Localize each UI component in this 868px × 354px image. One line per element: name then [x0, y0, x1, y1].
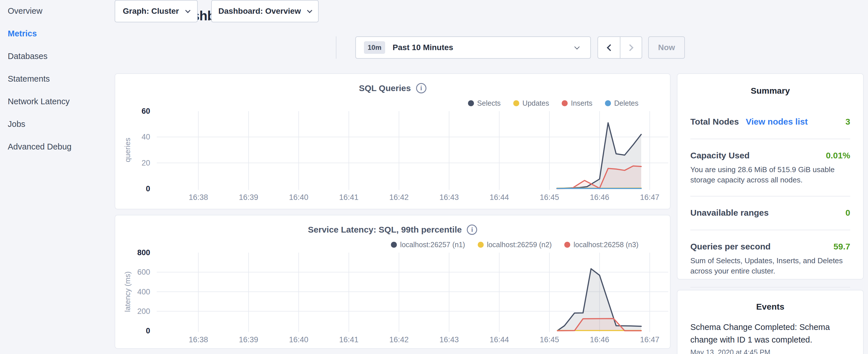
time-range-dropdown[interactable]: 10m Past 10 Minutes [355, 36, 591, 59]
svg-text:16:47: 16:47 [640, 335, 659, 344]
time-shortcut-badge: 10m [364, 41, 385, 54]
svg-text:16:42: 16:42 [389, 193, 409, 202]
sidebar-item-jobs[interactable]: Jobs [8, 120, 72, 129]
summary-panel: Summary Total Nodes View nodes list 3 Ca… [677, 73, 864, 280]
events-panel: Events Schema Change Completed: Schema c… [677, 290, 864, 354]
summary-value: 59.7 [834, 242, 850, 252]
service-latency-chart-card: Service Latency: SQL, 99th percentile i … [115, 215, 671, 349]
event-text: Schema Change Completed: Schema change w… [690, 321, 831, 346]
sql-queries-chart-card: SQL Queries i SelectsUpdatesInsertsDelet… [115, 73, 671, 210]
events-title: Events [677, 302, 863, 312]
summary-description: You are using 28.6 MiB of 515.9 GiB usab… [690, 164, 850, 185]
svg-text:60: 60 [142, 107, 150, 116]
divider [690, 139, 850, 139]
svg-text:16:46: 16:46 [590, 193, 609, 202]
svg-text:16:47: 16:47 [640, 193, 659, 202]
chevron-down-icon [574, 44, 580, 49]
svg-text:400: 400 [137, 288, 150, 296]
sidebar-nav: Overview Metrics Databases Statements Ne… [8, 6, 72, 152]
summary-row-capacity-used: Capacity Used 0.01% [690, 151, 850, 160]
toolbar-divider [336, 36, 336, 59]
svg-text:16:40: 16:40 [289, 335, 308, 344]
summary-row-unavailable-ranges: Unavailable ranges 0 [690, 208, 850, 218]
svg-text:16:38: 16:38 [189, 335, 208, 344]
divider [690, 287, 850, 288]
time-step-controls [597, 36, 642, 59]
summary-label: Total Nodes [690, 117, 739, 127]
service-latency-chart[interactable]: 16:3816:3916:4016:4116:4216:4316:4416:45… [115, 215, 671, 348]
chevron-left-icon [607, 44, 614, 51]
view-nodes-list-link[interactable]: View nodes list [746, 117, 808, 127]
summary-label: Queries per second [690, 242, 771, 252]
time-step-back-button[interactable] [598, 37, 620, 58]
svg-text:16:41: 16:41 [339, 193, 359, 202]
event-item[interactable]: Schema Change Completed: Schema change w… [677, 321, 863, 354]
sql-queries-chart[interactable]: 16:3816:3916:4016:4116:4216:4316:4416:45… [115, 74, 671, 209]
svg-text:16:43: 16:43 [439, 193, 459, 202]
chevron-right-icon [626, 44, 633, 51]
svg-text:200: 200 [137, 307, 150, 316]
sidebar-item-metrics[interactable]: Metrics [8, 29, 72, 38]
svg-text:latency (ms): latency (ms) [123, 271, 132, 312]
now-button[interactable]: Now [648, 36, 685, 59]
svg-text:0: 0 [146, 326, 150, 335]
time-range-label: Past 10 Minutes [393, 43, 453, 52]
svg-text:queries: queries [123, 138, 132, 162]
divider [690, 196, 850, 196]
svg-text:600: 600 [137, 268, 150, 277]
graph-scope-dropdown[interactable]: Graph: Cluster [115, 0, 198, 22]
svg-text:16:38: 16:38 [189, 193, 208, 202]
svg-text:16:41: 16:41 [339, 335, 359, 344]
svg-text:16:42: 16:42 [389, 335, 409, 344]
summary-value: 0 [845, 208, 850, 218]
summary-row-queries-per-second: Queries per second 59.7 [690, 242, 850, 252]
sidebar-item-overview[interactable]: Overview [8, 6, 72, 16]
svg-text:16:39: 16:39 [239, 335, 258, 344]
summary-row-total-nodes: Total Nodes View nodes list 3 [690, 117, 850, 127]
divider [690, 230, 850, 230]
svg-text:16:44: 16:44 [490, 193, 509, 202]
svg-text:16:39: 16:39 [239, 193, 258, 202]
chevron-down-icon [185, 8, 190, 13]
graph-scope-label: Graph: Cluster [123, 7, 179, 16]
time-step-forward-button[interactable] [620, 37, 642, 58]
svg-text:16:40: 16:40 [289, 193, 308, 202]
svg-text:0: 0 [146, 185, 150, 193]
svg-text:800: 800 [137, 248, 150, 257]
dashboard-label: Dashboard: Overview [218, 7, 301, 16]
summary-value: 0.01% [826, 151, 850, 160]
sidebar-item-advanced-debug[interactable]: Advanced Debug [8, 142, 72, 152]
summary-label: Capacity Used [690, 151, 750, 160]
svg-text:16:45: 16:45 [539, 193, 559, 202]
chevron-down-icon [307, 8, 312, 13]
summary-value: 3 [845, 117, 850, 127]
event-timestamp: May 13, 2020 at 4:45 PM [690, 348, 850, 354]
svg-text:20: 20 [142, 159, 150, 167]
sidebar-item-databases[interactable]: Databases [8, 52, 72, 61]
dashboard-dropdown[interactable]: Dashboard: Overview [211, 0, 319, 22]
summary-description: Sum of Selects, Updates, Inserts, and De… [690, 255, 850, 276]
summary-title: Summary [677, 86, 863, 96]
svg-text:16:46: 16:46 [590, 335, 609, 344]
svg-text:16:45: 16:45 [539, 335, 559, 344]
sidebar-item-statements[interactable]: Statements [8, 74, 72, 84]
summary-label: Unavailable ranges [690, 208, 769, 218]
svg-text:16:44: 16:44 [490, 335, 509, 344]
sidebar-item-network-latency[interactable]: Network Latency [8, 97, 72, 106]
svg-text:16:43: 16:43 [439, 335, 459, 344]
svg-text:40: 40 [142, 133, 150, 141]
